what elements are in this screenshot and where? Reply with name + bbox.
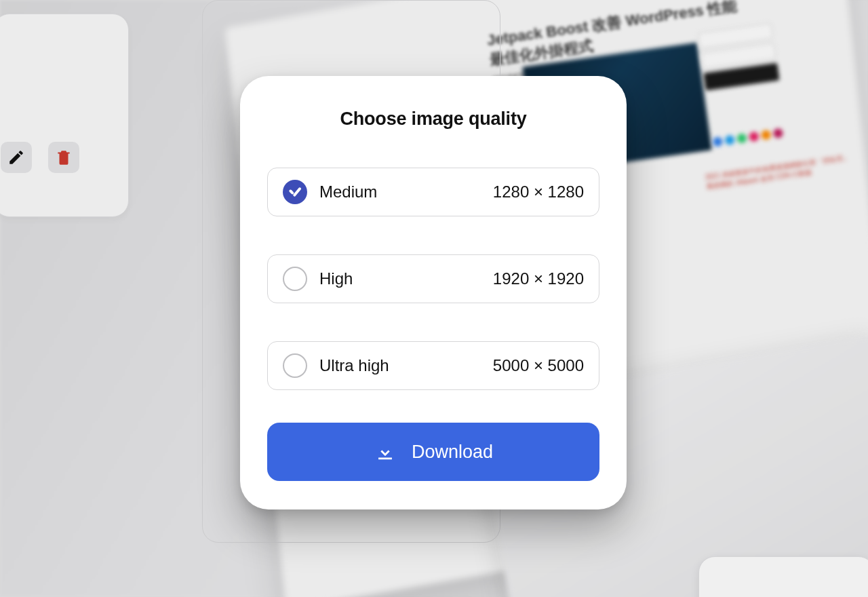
download-button-label: Download [412, 442, 493, 463]
option-label: Ultra high [319, 356, 389, 375]
option-resolution: 5000 × 5000 [493, 356, 584, 375]
download-button[interactable]: Download [267, 423, 599, 481]
option-resolution: 1280 × 1280 [493, 182, 584, 201]
radio-unselected-icon [283, 267, 307, 291]
quality-options: Medium 1280 × 1280 High 1920 × 1920 Ultr… [267, 168, 599, 390]
option-label: High [319, 269, 353, 288]
radio-unselected-icon [283, 353, 307, 378]
image-quality-dialog: Choose image quality Medium 1280 × 1280 … [240, 76, 627, 509]
dialog-title: Choose image quality [267, 109, 599, 130]
option-resolution: 1920 × 1920 [493, 269, 584, 288]
radio-selected-icon [283, 180, 307, 204]
quality-option-medium[interactable]: Medium 1280 × 1280 [267, 168, 599, 216]
download-icon [374, 440, 397, 463]
option-label: Medium [319, 182, 377, 201]
quality-option-ultra-high[interactable]: Ultra high 5000 × 5000 [267, 341, 599, 390]
quality-option-high[interactable]: High 1920 × 1920 [267, 254, 599, 303]
